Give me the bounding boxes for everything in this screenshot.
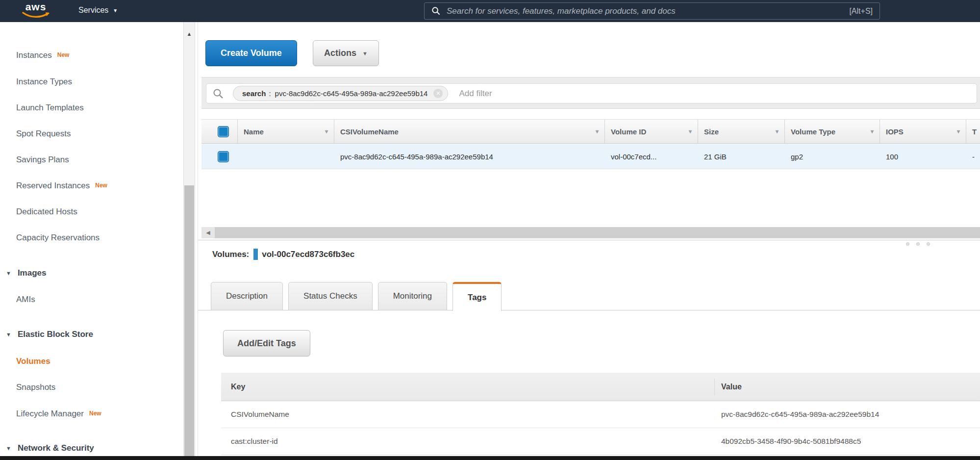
sidebar-section-network-security[interactable]: ▼Network & Security xyxy=(0,442,181,455)
sort-caret-icon: ▾ xyxy=(776,128,779,135)
cell-throughput: - xyxy=(966,144,980,169)
tag-key: CSIVolumeName xyxy=(221,410,715,419)
sidebar-item-reserved-instances[interactable]: Reserved InstancesNew xyxy=(0,179,181,192)
tags-table: Key Value CSIVolumeName pvc-8ac9d62c-c64… xyxy=(221,373,980,455)
selection-indicator-bar xyxy=(253,249,258,260)
volumes-label: Volumes: xyxy=(212,250,249,259)
filter-tag-value: pvc-8ac9d62c-c645-495a-989a-ac292ee59b14 xyxy=(275,89,428,98)
cell-csivolumename: pvc-8ac9d62c-c645-495a-989a-ac292ee59b14 xyxy=(334,144,605,169)
add-edit-tags-button[interactable]: Add/Edit Tags xyxy=(223,330,310,357)
sidebar-item-volumes[interactable]: Volumes xyxy=(0,355,181,368)
add-filter-input[interactable] xyxy=(459,89,971,99)
scroll-up-icon[interactable]: ▲ xyxy=(184,31,195,37)
cell-size: 21 GiB xyxy=(698,144,785,169)
detail-tabs: Description Status Checks Monitoring Tag… xyxy=(211,282,502,311)
top-navigation-bar: aws Services ▼ [Alt+S] xyxy=(0,0,980,22)
sidebar-scrollbar-thumb[interactable] xyxy=(184,185,194,456)
aws-console-window: aws Services ▼ [Alt+S] InstancesNew Inst… xyxy=(0,0,980,460)
sidebar-item-spot-requests[interactable]: Spot Requests xyxy=(0,128,181,140)
tag-row: CSIVolumeName pvc-8ac9d62c-c645-495a-989… xyxy=(221,401,980,428)
sidebar-item-savings-plans[interactable]: Savings Plans xyxy=(0,153,181,166)
sidebar-item-instances[interactable]: InstancesNew xyxy=(0,49,181,62)
sidebar-item-capacity-reservations[interactable]: Capacity Reservations xyxy=(0,231,181,244)
cell-name xyxy=(238,144,334,169)
sidebar-item-launch-templates[interactable]: Launch Templates xyxy=(0,102,181,114)
tag-value: 4b092cb5-3458-4f90-9b4c-5081bf9488c5 xyxy=(715,437,980,446)
sidebar-section-elastic-block-store[interactable]: ▼Elastic Block Store xyxy=(0,328,181,341)
services-menu[interactable]: Services ▼ xyxy=(78,6,118,15)
actions-button[interactable]: Actions ▼ xyxy=(313,40,379,66)
row-select-cell xyxy=(201,144,238,169)
tags-table-header: Key Value xyxy=(221,373,980,401)
detail-pane-title: Volumes: vol-00c7ecd873c6fb3ec xyxy=(212,249,354,260)
section-collapse-icon: ▼ xyxy=(6,270,11,276)
cell-volume-id: vol-00c7ecd... xyxy=(605,144,698,169)
col-header-volume-id[interactable]: Volume ID▾ xyxy=(605,120,698,143)
aws-logo[interactable]: aws xyxy=(19,2,53,21)
section-collapse-icon: ▼ xyxy=(6,332,11,337)
col-header-csivolumename[interactable]: CSIVolumeName▾ xyxy=(334,120,605,143)
sort-caret-icon: ▾ xyxy=(689,128,692,135)
tag-row: cast:cluster-id 4b092cb5-3458-4f90-9b4c-… xyxy=(221,428,980,455)
select-all-cell xyxy=(201,120,238,143)
filter-tag-separator: : xyxy=(269,89,271,98)
col-header-volume-type[interactable]: Volume Type▾ xyxy=(785,120,880,143)
sort-caret-icon: ▾ xyxy=(325,128,328,135)
sidebar-item-amis[interactable]: AMIs xyxy=(0,293,181,306)
search-filter-tag[interactable]: search : pvc-8ac9d62c-c645-495a-989a-ac2… xyxy=(233,86,448,101)
tags-col-header-value: Value xyxy=(715,383,980,391)
col-header-throughput-truncated[interactable]: T xyxy=(966,120,980,143)
search-icon xyxy=(431,6,441,16)
tags-col-header-key: Key xyxy=(221,379,715,395)
sidebar-item-instance-types[interactable]: Instance Types xyxy=(0,76,181,88)
chevron-down-icon: ▼ xyxy=(113,8,118,13)
remove-filter-icon[interactable]: ✕ xyxy=(433,89,443,98)
sidebar-section-images[interactable]: ▼Images xyxy=(0,267,181,280)
volume-table-row[interactable]: pvc-8ac9d62c-c645-495a-989a-ac292ee59b14… xyxy=(201,144,980,169)
create-volume-button[interactable]: Create Volume xyxy=(205,40,297,66)
col-header-name[interactable]: Name▾ xyxy=(238,120,334,143)
sidebar-item-dedicated-hosts[interactable]: Dedicated Hosts xyxy=(0,205,181,218)
horizontal-scrollbar[interactable]: ◀ xyxy=(201,227,980,238)
col-header-iops[interactable]: IOPS▾ xyxy=(880,120,966,143)
sidebar-scrollbar[interactable]: ▲ xyxy=(183,22,195,456)
scroll-left-icon[interactable]: ◀ xyxy=(201,227,215,238)
new-badge: New xyxy=(57,51,70,58)
sidebar-item-snapshots[interactable]: Snapshots xyxy=(0,381,181,394)
chevron-down-icon: ▼ xyxy=(362,51,368,56)
tab-status-checks[interactable]: Status Checks xyxy=(288,282,373,310)
search-shortcut-hint: [Alt+S] xyxy=(849,7,873,16)
selected-volume-id: vol-00c7ecd873c6fb3ec xyxy=(262,250,354,259)
filter-input-box[interactable]: search : pvc-8ac9d62c-c645-495a-989a-ac2… xyxy=(206,83,977,103)
sidebar-item-lifecycle-manager[interactable]: Lifecycle ManagerNew xyxy=(0,408,181,420)
tab-description[interactable]: Description xyxy=(211,282,283,310)
sort-caret-icon: ▾ xyxy=(596,128,599,135)
pane-resize-handle[interactable] xyxy=(906,242,930,246)
sort-caret-icon: ▾ xyxy=(871,128,874,135)
filter-bar: search : pvc-8ac9d62c-c645-495a-989a-ac2… xyxy=(201,77,980,109)
cell-iops: 100 xyxy=(880,144,966,169)
search-icon xyxy=(212,88,224,100)
new-badge: New xyxy=(95,182,107,189)
new-badge: New xyxy=(89,410,101,417)
aws-smile-icon xyxy=(22,12,50,19)
col-header-size[interactable]: Size▾ xyxy=(698,120,785,143)
ec2-sidebar: InstancesNew Instance Types Launch Templ… xyxy=(0,22,198,456)
row-checkbox[interactable] xyxy=(218,151,229,162)
pane-splitter[interactable] xyxy=(198,240,980,240)
sort-caret-icon: ▾ xyxy=(957,128,960,135)
global-search-input[interactable] xyxy=(447,6,849,16)
section-collapse-icon: ▼ xyxy=(6,445,11,451)
cell-volume-type: gp2 xyxy=(785,144,880,169)
main-content: Create Volume Actions ▼ search : pvc-8ac… xyxy=(198,22,980,456)
tag-value: pvc-8ac9d62c-c645-495a-989a-ac292ee59b14 xyxy=(715,410,980,419)
horizontal-scrollbar-thumb[interactable] xyxy=(215,227,980,238)
tag-key: cast:cluster-id xyxy=(221,437,715,446)
tab-tags[interactable]: Tags xyxy=(452,282,502,311)
volumes-table-header: Name▾ CSIVolumeName▾ Volume ID▾ Size▾ Vo… xyxy=(201,119,980,144)
tab-monitoring[interactable]: Monitoring xyxy=(378,282,447,310)
window-bottom-edge xyxy=(0,456,980,460)
global-search-box[interactable]: [Alt+S] xyxy=(424,2,880,20)
select-all-checkbox[interactable] xyxy=(218,126,229,137)
aws-logo-text: aws xyxy=(19,2,53,12)
